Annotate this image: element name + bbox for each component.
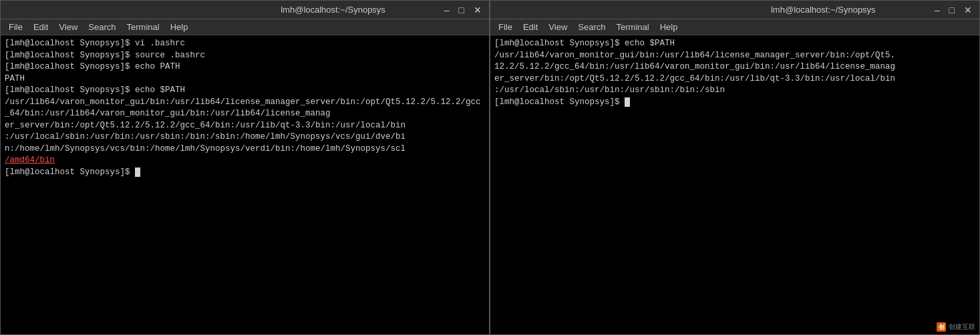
right-minimize-btn[interactable]: –	[933, 5, 942, 15]
right-maximize-btn[interactable]: □	[947, 5, 957, 15]
left-menu-help[interactable]: Help	[165, 21, 194, 33]
right-menu-edit[interactable]: Edit	[518, 21, 543, 33]
left-terminal-text: [lmh@localhost Synopsys]$ vi .bashrc [lm…	[5, 39, 481, 153]
right-terminal-window: lmh@localhost:~/Synopsys – □ ✕ File Edit…	[490, 0, 980, 335]
left-minimize-btn[interactable]: –	[442, 5, 452, 15]
left-title-bar: lmh@localhost:~/Synopsys – □ ✕	[1, 1, 489, 19]
right-terminal-cursor	[625, 97, 630, 107]
right-menu-search[interactable]: Search	[573, 21, 611, 33]
right-menu-view[interactable]: View	[543, 21, 573, 33]
right-terminal-title: lmh@localhost:~/Synopsys	[714, 5, 933, 15]
right-menu-file[interactable]: File	[493, 21, 518, 33]
right-close-btn[interactable]: ✕	[962, 5, 974, 15]
left-terminal-body[interactable]: [lmh@localhost Synopsys]$ vi .bashrc [lm…	[1, 35, 489, 334]
left-window-controls: – □ ✕	[442, 5, 484, 15]
left-menu-file[interactable]: File	[3, 21, 28, 33]
left-terminal-highlight: /amd64/bin	[5, 155, 55, 165]
left-close-btn[interactable]: ✕	[472, 5, 484, 15]
right-menu-bar: File Edit View Search Terminal Help	[490, 19, 979, 35]
left-menu-bar: File Edit View Search Terminal Help	[1, 19, 489, 35]
watermark-logo: 创	[937, 322, 946, 332]
right-window-controls: – □ ✕	[933, 5, 974, 15]
left-menu-edit[interactable]: Edit	[28, 21, 53, 33]
right-terminal-text: [lmh@localhost Synopsys]$ echo $PATH /us…	[494, 39, 895, 107]
left-menu-search[interactable]: Search	[83, 21, 121, 33]
right-menu-terminal[interactable]: Terminal	[611, 21, 655, 33]
right-menu-help[interactable]: Help	[655, 21, 683, 33]
right-terminal-body[interactable]: [lmh@localhost Synopsys]$ echo $PATH /us…	[490, 35, 979, 334]
right-title-bar: lmh@localhost:~/Synopsys – □ ✕	[490, 1, 979, 19]
left-maximize-btn[interactable]: □	[457, 5, 466, 15]
left-menu-terminal[interactable]: Terminal	[122, 21, 165, 33]
watermark: 创 创建互联	[937, 322, 975, 332]
left-menu-view[interactable]: View	[53, 21, 83, 33]
left-terminal-window: lmh@localhost:~/Synopsys – □ ✕ File Edit…	[0, 0, 490, 335]
left-terminal-prompt: [lmh@localhost Synopsys]$	[5, 168, 135, 177]
left-terminal-title: lmh@localhost:~/Synopsys	[224, 5, 442, 15]
watermark-text: 创建互联	[949, 322, 975, 332]
left-terminal-cursor	[135, 168, 140, 177]
